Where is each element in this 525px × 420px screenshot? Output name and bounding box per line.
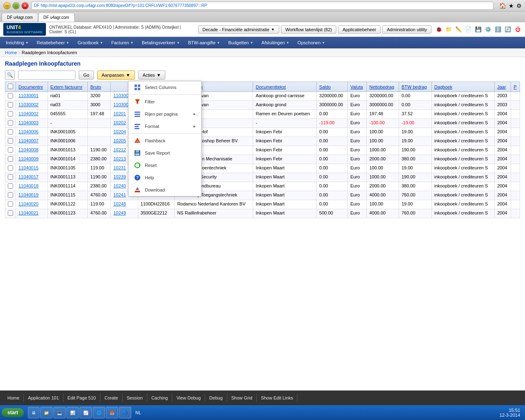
row-checkbox[interactable] bbox=[5, 173, 16, 182]
nav-relatiebeheer[interactable]: Relatiebeheer bbox=[33, 39, 73, 47]
bug-icon[interactable]: 🐞 bbox=[435, 25, 443, 34]
dropdown-format[interactable]: Format ► bbox=[128, 120, 201, 132]
dropdown-reset[interactable]: Reset bbox=[128, 159, 201, 171]
close-btn[interactable]: ✕ bbox=[21, 2, 29, 9]
row-docnr[interactable]: 11040015 bbox=[16, 164, 48, 173]
start-button[interactable]: start bbox=[2, 408, 24, 417]
debug-app101[interactable]: Application 101 bbox=[24, 394, 63, 402]
row-checkbox[interactable] bbox=[5, 200, 16, 209]
row-checkbox[interactable] bbox=[5, 101, 16, 110]
row-col4[interactable]: 10249 bbox=[111, 209, 138, 218]
nav-betalingsverkeer[interactable]: Betalingsverkeer bbox=[138, 39, 184, 47]
row-docnr[interactable]: 11040020 bbox=[16, 200, 48, 209]
doc-icon[interactable]: 📄 bbox=[464, 25, 472, 34]
nav-budgetten[interactable]: Budgetten bbox=[224, 39, 257, 47]
home-icon[interactable]: 🏠 bbox=[499, 2, 506, 9]
dropdown-help[interactable]: ? Help bbox=[128, 171, 201, 184]
col-jaar[interactable]: Jaar bbox=[495, 82, 511, 92]
debug-showgrid[interactable]: Show Grid bbox=[227, 394, 257, 402]
row-checkbox[interactable] bbox=[5, 191, 16, 200]
row-checkbox[interactable] bbox=[5, 209, 16, 218]
dropdown-select-columns[interactable]: Select Columns bbox=[128, 81, 201, 94]
nav-afsluitingen[interactable]: Afsluitingen bbox=[258, 39, 294, 47]
row-checkbox[interactable] bbox=[5, 146, 16, 155]
browser-tab-1[interactable]: DF u4agr.com bbox=[2, 13, 38, 22]
row-docnr[interactable]: 11040019 bbox=[16, 191, 48, 200]
address-bar[interactable]: DF http://nlsl-apapx01t.corp.u4agr.com:8… bbox=[31, 2, 493, 10]
col-extern-factuur[interactable]: Extern factuurnr bbox=[48, 82, 87, 92]
row-col4[interactable]: 10248 bbox=[111, 200, 138, 209]
col-bruto[interactable]: Bruto bbox=[88, 82, 111, 92]
nav-facturen[interactable]: Facturen bbox=[107, 39, 137, 47]
taskbar-app7[interactable]: 🦊 bbox=[106, 407, 118, 418]
row-checkbox[interactable] bbox=[5, 128, 16, 137]
maximize-btn[interactable]: □ bbox=[12, 2, 20, 9]
folder-icon[interactable]: 📁 bbox=[445, 25, 453, 34]
col-btw[interactable]: BTW bedrag bbox=[399, 82, 431, 92]
row-docnr[interactable]: 11040021 bbox=[16, 209, 48, 218]
debug-session[interactable]: Session bbox=[123, 394, 147, 402]
col-valuta[interactable]: Valuta bbox=[348, 82, 367, 92]
row-docnr[interactable]: 11040007 bbox=[16, 137, 48, 146]
taskbar-app4[interactable]: 📊 bbox=[66, 407, 79, 418]
taskbar-app1[interactable]: 🖥 bbox=[28, 407, 39, 418]
dropdown-rijen[interactable]: Rijen per pagina ► bbox=[128, 108, 201, 120]
edit-icon[interactable]: ✏️ bbox=[454, 25, 463, 34]
debug-caching[interactable]: Caching bbox=[147, 394, 172, 402]
browser-tab-2[interactable]: DF u4agr.com bbox=[38, 13, 75, 22]
search-icon-button[interactable]: 🔍 bbox=[5, 70, 15, 80]
nav-btw[interactable]: BTW-aangifte bbox=[184, 39, 224, 47]
aanpassen-button[interactable]: Aanpassen ▼ bbox=[97, 71, 135, 80]
row-checkbox[interactable] bbox=[5, 155, 16, 164]
dropdown-save-report[interactable]: Save Report bbox=[128, 147, 201, 159]
nav-opschonen[interactable]: Opschonen bbox=[293, 39, 329, 47]
taskbar-app5[interactable]: 📈 bbox=[80, 407, 92, 418]
row-docnr[interactable]: 11040003 bbox=[16, 119, 48, 128]
col-doctekst[interactable]: Documenttekst bbox=[253, 82, 317, 92]
breadcrumb-home[interactable]: Home bbox=[5, 50, 17, 55]
debug-viewdebug[interactable]: View Debug bbox=[172, 394, 205, 402]
debug-home[interactable]: Home bbox=[3, 394, 24, 402]
col-p[interactable]: P bbox=[511, 82, 520, 92]
row-docnr[interactable]: 11040018 bbox=[16, 182, 48, 191]
dropdown-flashback[interactable]: Flashback bbox=[128, 135, 201, 147]
taskbar-app3[interactable]: 💻 bbox=[53, 407, 66, 418]
col-netto[interactable]: Nettobedrag bbox=[367, 82, 399, 92]
row-docnr[interactable]: 11040002 bbox=[16, 110, 48, 119]
col-saldo[interactable]: Saldo bbox=[317, 82, 348, 92]
info-icon[interactable]: ℹ️ bbox=[494, 25, 502, 34]
nav-inrichting[interactable]: Inrichting bbox=[2, 39, 33, 47]
appbeheer-button[interactable]: Applicatiebeheer bbox=[338, 25, 381, 34]
col-dagboek[interactable]: Dagboek bbox=[431, 82, 495, 92]
star-icon[interactable]: ★ bbox=[509, 2, 514, 9]
col-documentnr[interactable]: Documentnr bbox=[16, 82, 48, 92]
row-checkbox[interactable] bbox=[5, 164, 16, 173]
adminutil-button[interactable]: Administration utility bbox=[382, 25, 431, 34]
debug-create[interactable]: Create bbox=[100, 394, 123, 402]
row-checkbox[interactable] bbox=[5, 92, 16, 101]
taskbar-app6[interactable]: 🌐 bbox=[93, 407, 105, 418]
row-checkbox[interactable] bbox=[5, 110, 16, 119]
select-all-checkbox-header[interactable] bbox=[5, 82, 16, 92]
workflow-button[interactable]: Workflow takenlijst (82) bbox=[281, 25, 337, 34]
acties-button[interactable]: Acties ▼ bbox=[138, 71, 166, 80]
taskbar-app8[interactable]: 🔵 bbox=[119, 407, 131, 418]
disk-icon[interactable]: 💾 bbox=[474, 25, 482, 34]
row-checkbox[interactable] bbox=[5, 182, 16, 191]
taskbar-app2[interactable]: 📁 bbox=[40, 407, 52, 418]
search-input[interactable] bbox=[18, 71, 75, 80]
decade-button[interactable]: Decade - Financiële administratie bbox=[198, 25, 279, 34]
row-docnr[interactable]: 11030001 bbox=[16, 92, 48, 101]
nav-grootboek[interactable]: Grootboek bbox=[73, 39, 107, 47]
row-checkbox[interactable] bbox=[5, 137, 16, 146]
debug-showeditlinks[interactable]: Show Edit Links bbox=[257, 394, 297, 402]
minimize-btn[interactable]: — bbox=[3, 2, 11, 9]
row-checkbox[interactable] bbox=[5, 119, 16, 128]
power-icon[interactable]: ⏻ bbox=[514, 25, 522, 34]
refresh-icon[interactable]: 🔄 bbox=[504, 25, 512, 34]
gear-icon[interactable]: ⚙️ bbox=[484, 25, 492, 34]
row-docnr[interactable]: 11040017 bbox=[16, 173, 48, 182]
dropdown-download[interactable]: Download bbox=[128, 184, 201, 196]
dropdown-filter[interactable]: Filter bbox=[128, 96, 201, 108]
row-docnr[interactable]: 11040006 bbox=[16, 128, 48, 137]
